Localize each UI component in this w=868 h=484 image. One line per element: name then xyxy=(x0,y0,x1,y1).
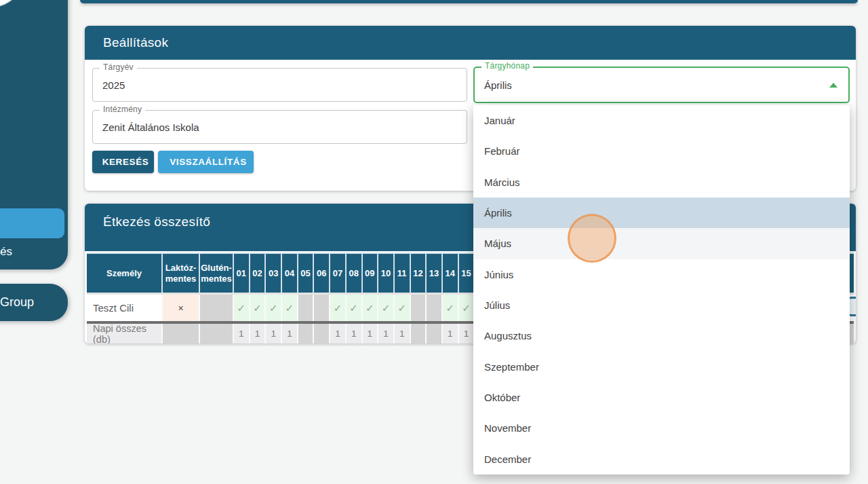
gluten-total-cell xyxy=(200,324,233,343)
day-total-14: 1 xyxy=(443,324,458,343)
meal-check-cell-07[interactable]: ✓ xyxy=(330,295,345,321)
month-option-10[interactable]: Október xyxy=(473,382,850,413)
lactose-total-cell xyxy=(163,324,199,343)
day-header-12: 12 xyxy=(411,254,426,293)
day-header-10: 10 xyxy=(378,254,393,293)
sidebar: ISKOLA GÖD és xyxy=(0,0,68,269)
lactose-column-header: Laktóz- mentes xyxy=(163,254,199,293)
day-total-09: 1 xyxy=(363,324,378,343)
settings-panel-title: Beállítások xyxy=(103,35,168,50)
person-name-cell: Teszt Cili xyxy=(87,295,161,321)
day-header-04: 04 xyxy=(282,254,297,293)
meal-check-cell-04[interactable]: ✓ xyxy=(282,295,297,321)
day-total-11: 1 xyxy=(395,324,410,343)
day-total-15: 1 xyxy=(459,324,474,343)
search-button-label: KERESÉS xyxy=(102,157,149,167)
month-option-4[interactable]: Április xyxy=(473,198,850,228)
month-option-11[interactable]: November xyxy=(473,413,850,443)
meal-check-cell-14[interactable]: ✓ xyxy=(443,295,458,321)
month-option-9[interactable]: Szeptember xyxy=(473,352,850,382)
day-header-07: 07 xyxy=(330,254,345,293)
day-total-08: 1 xyxy=(347,324,361,343)
day-total-03: 1 xyxy=(266,324,281,343)
day-header-14: 14 xyxy=(443,254,458,293)
day-total-12 xyxy=(411,324,426,343)
month-option-5[interactable]: Május xyxy=(473,228,850,259)
day-header-01: 01 xyxy=(234,254,249,293)
gluten-free-cell[interactable] xyxy=(200,295,233,321)
day-header-11: 11 xyxy=(395,254,410,293)
month-select-label: Tárgyhónap xyxy=(481,61,533,71)
meal-check-cell-12[interactable] xyxy=(411,295,426,321)
daily-total-label: Napi összes (db) xyxy=(87,324,161,343)
institution-field[interactable]: Intézmény Zenit Általános Iskola xyxy=(92,110,467,144)
reset-button[interactable]: VISSZAÁLLÍTÁS xyxy=(158,151,254,173)
meal-check-cell-01[interactable]: ✓ xyxy=(234,295,249,321)
person-column-header: Személy xyxy=(87,254,161,293)
school-logo: ISKOLA GÖD xyxy=(0,0,29,10)
month-option-7[interactable]: Július xyxy=(473,290,850,320)
institution-field-label: Intézmény xyxy=(100,105,145,114)
day-header-08: 08 xyxy=(347,254,361,293)
meal-check-cell-10[interactable]: ✓ xyxy=(378,295,393,321)
year-field[interactable]: Tárgyév 2025 xyxy=(92,68,467,102)
meal-check-cell-06[interactable] xyxy=(314,295,329,321)
day-total-13 xyxy=(427,324,441,343)
settings-panel-header: Beállítások xyxy=(85,26,856,60)
month-option-2[interactable]: Február xyxy=(473,136,850,166)
meal-check-cell-11[interactable]: ✓ xyxy=(395,295,410,321)
day-header-02: 02 xyxy=(250,254,265,293)
day-total-06 xyxy=(314,324,329,343)
day-total-01: 1 xyxy=(234,324,249,343)
day-header-06: 06 xyxy=(314,254,329,293)
meal-summary-title: Étkezés összesítő xyxy=(103,215,210,229)
institution-field-value: Zenit Általános Iskola xyxy=(102,122,199,133)
group-label: Group xyxy=(0,295,34,310)
day-total-07: 1 xyxy=(330,324,345,343)
day-header-09: 09 xyxy=(363,254,378,293)
meal-check-cell-09[interactable]: ✓ xyxy=(363,295,378,321)
month-select[interactable]: Tárgyhónap Április xyxy=(473,67,850,103)
month-option-6[interactable]: Június xyxy=(473,259,850,290)
month-option-1[interactable]: Január xyxy=(473,105,850,136)
month-option-8[interactable]: Augusztus xyxy=(473,320,850,351)
search-button[interactable]: KERESÉS xyxy=(92,151,154,173)
sidebar-active-item[interactable] xyxy=(0,208,64,238)
month-dropdown-menu: JanuárFebruárMárciusÁprilisMájusJúniusJú… xyxy=(473,105,850,474)
day-header-15: 15 xyxy=(459,254,474,293)
day-total-10: 1 xyxy=(378,324,393,343)
day-header-03: 03 xyxy=(266,254,281,293)
day-header-13: 13 xyxy=(427,254,441,293)
sidebar-group-panel[interactable]: Group xyxy=(0,284,68,321)
meal-check-cell-03[interactable]: ✓ xyxy=(266,295,281,321)
meal-check-cell-15[interactable]: ✓ xyxy=(459,295,474,321)
meal-check-cell-05[interactable] xyxy=(298,295,313,321)
gluten-column-header: Glutén- mentes xyxy=(200,254,233,293)
previous-card-edge xyxy=(80,0,858,3)
lactose-free-cell[interactable]: × xyxy=(163,295,199,321)
year-field-label: Tárgyév xyxy=(100,62,137,72)
meal-check-cell-08[interactable]: ✓ xyxy=(347,295,361,321)
day-total-04: 1 xyxy=(282,324,297,343)
chevron-up-icon xyxy=(829,83,837,88)
sidebar-item-label-tail[interactable]: és xyxy=(0,245,12,259)
month-option-12[interactable]: December xyxy=(473,444,850,474)
reset-button-label: VISSZAÁLLÍTÁS xyxy=(170,157,247,167)
month-select-value: Április xyxy=(484,79,512,91)
year-field-value: 2025 xyxy=(102,79,125,91)
meal-check-cell-02[interactable]: ✓ xyxy=(250,295,265,321)
day-header-05: 05 xyxy=(298,254,313,293)
day-total-05 xyxy=(298,324,313,343)
meal-check-cell-13[interactable] xyxy=(427,295,441,321)
month-option-3[interactable]: Március xyxy=(473,167,850,198)
day-total-02: 1 xyxy=(250,324,265,343)
